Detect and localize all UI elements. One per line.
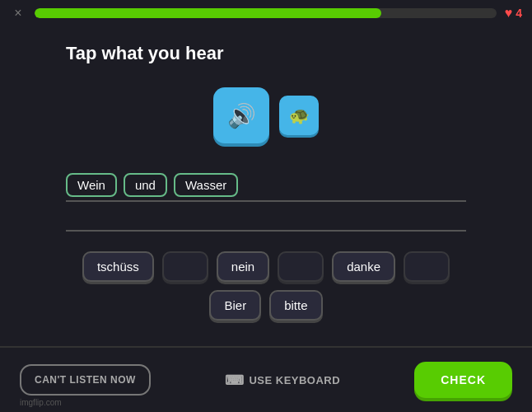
check-button[interactable]: CHECK [414, 362, 512, 398]
word-chip-bier[interactable]: Bier [209, 290, 261, 321]
bottom-bar: CAN'T LISTEN NOW ⌨ USE KEYBOARD CHECK [0, 346, 532, 412]
word-chip-nein[interactable]: nein [217, 251, 269, 282]
hearts-display: ♥ 4 [505, 6, 522, 21]
audio-main-button[interactable]: 🔊 [213, 87, 269, 143]
audio-buttons: 🔊 🐢 [213, 87, 319, 143]
heart-icon: ♥ [505, 6, 513, 21]
close-button[interactable]: × [10, 6, 26, 21]
cant-listen-button[interactable]: CAN'T LISTEN NOW [20, 364, 151, 396]
keyboard-label: USE KEYBOARD [249, 374, 340, 386]
word-chip-bitte[interactable]: bitte [269, 290, 322, 321]
watermark: imgflip.com [20, 398, 62, 407]
answer-chip-und[interactable]: und [124, 173, 167, 197]
progress-track [35, 8, 497, 18]
answer-area: Wein und Wasser [66, 170, 466, 202]
hearts-count: 4 [516, 7, 522, 20]
keyboard-icon: ⌨ [225, 372, 245, 388]
turtle-icon: 🐢 [289, 105, 310, 125]
word-chip-danke[interactable]: danke [332, 251, 395, 282]
top-bar: × ♥ 4 [0, 0, 532, 26]
main-content: Tap what you hear 🔊 🐢 Wein und Wasser ts… [0, 26, 532, 337]
answer-chip-wein[interactable]: Wein [66, 173, 117, 197]
question-title: Tap what you hear [66, 43, 224, 64]
word-chip-empty-3 [404, 251, 450, 282]
answer-chip-wasser[interactable]: Wasser [174, 173, 238, 197]
word-chip-tschuss[interactable]: tschüss [82, 251, 154, 282]
audio-slow-button[interactable]: 🐢 [279, 96, 319, 135]
word-chip-empty-2 [278, 251, 324, 282]
blank-line [66, 215, 466, 232]
speaker-icon: 🔊 [227, 102, 256, 129]
progress-fill [35, 8, 381, 18]
use-keyboard-button[interactable]: ⌨ USE KEYBOARD [225, 372, 340, 388]
word-bank: tschüss nein danke Bier bitte [66, 251, 466, 321]
word-chip-empty-1 [162, 251, 208, 282]
